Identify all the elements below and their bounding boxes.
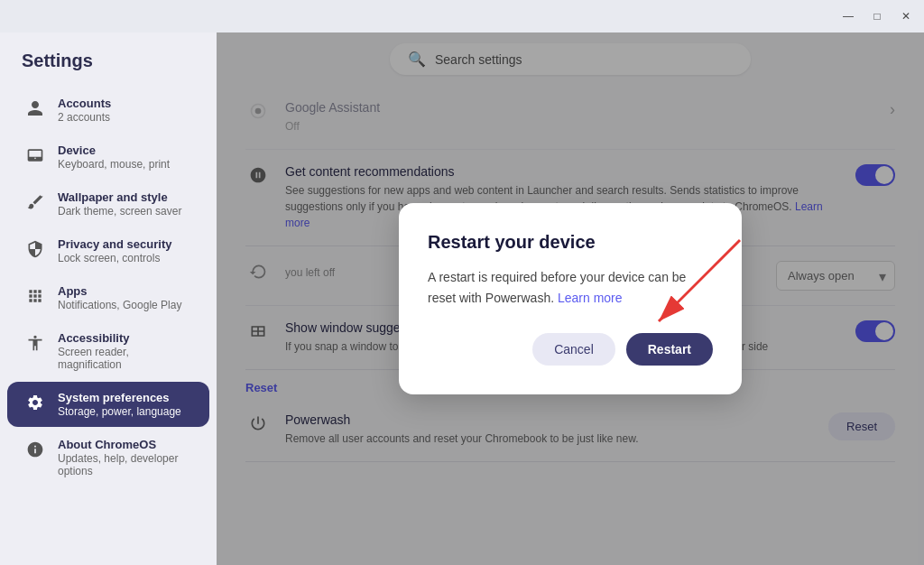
device-label: Device	[58, 144, 191, 157]
accessibility-sub: Screen reader, magnification	[58, 346, 191, 371]
modal-desc: A restart is required before your device…	[428, 267, 713, 308]
modal-overlay: Restart your device A restart is require…	[217, 32, 924, 565]
main-content: 🔍 Search settings Google Assistant Off ›	[217, 32, 924, 565]
modal-actions: Cancel Restart	[428, 333, 713, 366]
accessibility-label: Accessibility	[58, 331, 191, 345]
cancel-button[interactable]: Cancel	[532, 333, 615, 366]
close-button[interactable]: ✕	[899, 9, 913, 23]
wallpaper-sub: Dark theme, screen saver	[58, 205, 191, 218]
apps-label: Apps	[58, 284, 191, 298]
apps-icon	[25, 286, 45, 306]
brush-icon	[25, 192, 45, 212]
modal-title: Restart your device	[428, 232, 713, 253]
apps-sub: Notifications, Google Play	[58, 299, 191, 311]
privacy-sub: Lock screen, controls	[58, 252, 191, 264]
modal-dialog: Restart your device A restart is require…	[399, 203, 742, 394]
app-title: Settings	[0, 43, 217, 86]
info-icon	[25, 440, 45, 459]
wallpaper-label: Wallpaper and style	[58, 190, 191, 204]
restart-button[interactable]: Restart	[626, 333, 713, 366]
sidebar-item-wallpaper[interactable]: Wallpaper and style Dark theme, screen s…	[7, 181, 209, 227]
accounts-label: Accounts	[58, 97, 191, 110]
sidebar-item-apps[interactable]: Apps Notifications, Google Play	[7, 275, 209, 320]
person-icon	[25, 98, 45, 118]
minimize-button[interactable]: —	[841, 9, 855, 23]
sidebar-item-privacy[interactable]: Privacy and security Lock screen, contro…	[7, 228, 209, 273]
privacy-label: Privacy and security	[58, 237, 191, 251]
gear-icon	[25, 393, 45, 412]
about-sub: Updates, help, developer options	[58, 452, 191, 477]
app-window: Settings Accounts 2 accounts Device Keyb…	[0, 32, 924, 565]
shield-icon	[25, 239, 45, 259]
sidebar-item-about[interactable]: About ChromeOS Updates, help, developer …	[7, 429, 209, 486]
sidebar-item-device[interactable]: Device Keyboard, mouse, print	[7, 134, 209, 180]
sidebar: Settings Accounts 2 accounts Device Keyb…	[0, 32, 217, 565]
system-label: System preferences	[58, 391, 191, 404]
accounts-sub: 2 accounts	[58, 111, 191, 124]
title-bar: — □ ✕	[0, 0, 924, 32]
device-sub: Keyboard, mouse, print	[58, 158, 191, 171]
sidebar-item-accessibility[interactable]: Accessibility Screen reader, magnificati…	[7, 322, 209, 380]
system-sub: Storage, power, language	[58, 405, 191, 418]
maximize-button[interactable]: □	[870, 9, 884, 23]
device-icon	[25, 145, 45, 165]
sidebar-item-system[interactable]: System preferences Storage, power, langu…	[7, 382, 209, 427]
sidebar-item-accounts[interactable]: Accounts 2 accounts	[7, 88, 209, 133]
accessibility-icon	[25, 333, 45, 353]
modal-learn-more-link[interactable]: Learn more	[558, 291, 623, 305]
about-label: About ChromeOS	[58, 438, 191, 451]
